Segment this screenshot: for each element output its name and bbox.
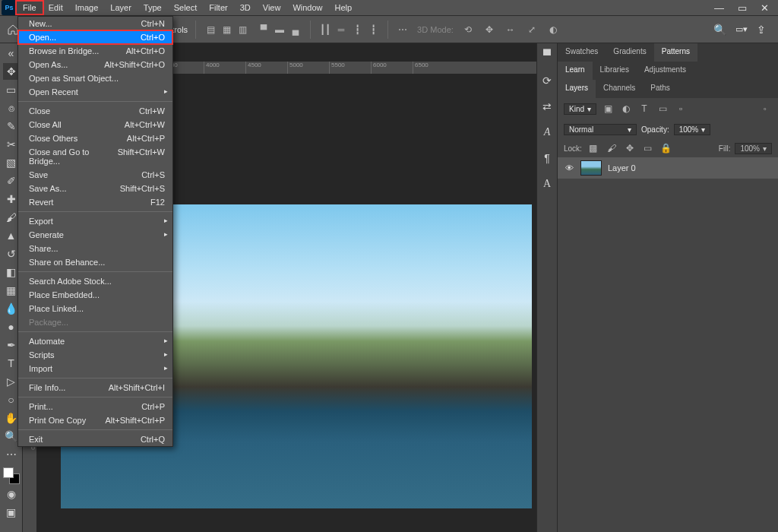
menu-item-open-as[interactable]: Open As...Alt+Shift+Ctrl+O bbox=[18, 58, 172, 71]
filter-smart-icon[interactable]: ▫ bbox=[674, 102, 688, 116]
distribute-v-icon[interactable]: ═ bbox=[334, 23, 348, 36]
menu-item-close-others[interactable]: Close OthersAlt+Ctrl+P bbox=[18, 131, 172, 145]
menu-item-place-linked[interactable]: Place Linked... bbox=[18, 302, 172, 315]
search-icon[interactable]: 🔍 bbox=[713, 24, 726, 36]
menu-layer[interactable]: Layer bbox=[104, 2, 138, 14]
distribute-icon[interactable]: ┇ bbox=[350, 23, 364, 36]
tab-patterns[interactable]: Patterns bbox=[654, 43, 697, 62]
3d-orbit-icon[interactable]: ⟲ bbox=[461, 23, 475, 36]
color-swatches[interactable] bbox=[3, 467, 20, 484]
character-panel-icon[interactable]: A bbox=[539, 124, 555, 141]
filter-adjustment-icon[interactable]: ◐ bbox=[619, 102, 633, 116]
layer-kind-dropdown[interactable]: Kind ▾ bbox=[564, 103, 596, 115]
opacity-field[interactable]: 100% ▾ bbox=[674, 124, 711, 135]
menu-item-scripts[interactable]: Scripts▸ bbox=[18, 348, 172, 362]
tab-adjustments[interactable]: Adjustments bbox=[637, 62, 694, 80]
menu-item-place-embedded[interactable]: Place Embedded... bbox=[18, 288, 172, 302]
filter-type-icon[interactable]: T bbox=[637, 102, 651, 116]
tab-layers[interactable]: Layers bbox=[558, 80, 596, 98]
visibility-eye-icon[interactable]: 👁 bbox=[564, 163, 574, 173]
layer-row[interactable]: 👁 Layer 0 bbox=[558, 157, 778, 179]
filter-toggle-icon[interactable]: ◦ bbox=[758, 102, 772, 116]
menu-type[interactable]: Type bbox=[138, 2, 168, 14]
fill-field[interactable]: 100% ▾ bbox=[735, 143, 772, 154]
more-icon[interactable]: ⋯ bbox=[396, 23, 410, 36]
menu-item-print[interactable]: Print...Ctrl+P bbox=[18, 400, 172, 413]
lock-artboard-icon[interactable]: ▭ bbox=[641, 141, 655, 155]
menu-item-export[interactable]: Export▸ bbox=[18, 214, 172, 228]
menu-item-close[interactable]: CloseCtrl+W bbox=[18, 104, 172, 118]
menu-item-browse-in-bridge[interactable]: Browse in Bridge...Alt+Ctrl+O bbox=[18, 44, 172, 58]
tab-gradients[interactable]: Gradients bbox=[606, 43, 653, 62]
restore-icon[interactable]: ▭ bbox=[738, 2, 747, 14]
close-icon[interactable]: ✕ bbox=[761, 2, 769, 14]
3d-rotate-icon[interactable]: ◐ bbox=[546, 23, 560, 36]
menu-help[interactable]: Help bbox=[329, 2, 359, 14]
tab-channels[interactable]: Channels bbox=[596, 80, 643, 98]
menu-item-file-info[interactable]: File Info...Alt+Shift+Ctrl+I bbox=[18, 381, 172, 394]
menu-view[interactable]: View bbox=[257, 2, 287, 14]
tab-swatches[interactable]: Swatches bbox=[558, 43, 606, 62]
menu-3d[interactable]: 3D bbox=[234, 2, 257, 14]
glyphs-panel-icon[interactable]: A bbox=[539, 176, 555, 192]
3d-scale-icon[interactable]: ⤢ bbox=[525, 23, 539, 36]
menu-item-exit[interactable]: ExitCtrl+Q bbox=[18, 432, 172, 446]
edit-toolbar-icon[interactable]: ⋯ bbox=[3, 446, 20, 463]
layer-thumbnail[interactable] bbox=[580, 160, 602, 176]
color-panel-icon[interactable]: ▀ bbox=[539, 46, 555, 63]
align-right-icon[interactable]: ▥ bbox=[236, 23, 249, 36]
lock-image-icon[interactable]: 🖌 bbox=[605, 141, 618, 155]
menu-window[interactable]: Window bbox=[286, 2, 328, 14]
paragraph-panel-icon[interactable]: ¶ bbox=[539, 150, 555, 166]
lock-transparency-icon[interactable]: ▩ bbox=[587, 141, 600, 155]
menu-item-open-recent[interactable]: Open Recent▸ bbox=[18, 85, 172, 99]
menu-item-close-all[interactable]: Close AllAlt+Ctrl+W bbox=[18, 118, 172, 131]
menu-image[interactable]: Image bbox=[69, 2, 105, 14]
menu-item-search-adobe-stock[interactable]: Search Adobe Stock... bbox=[18, 274, 172, 288]
3d-slide-icon[interactable]: ↔ bbox=[504, 23, 517, 36]
blend-mode-dropdown[interactable]: Normal▾ bbox=[564, 124, 637, 135]
menu-item-automate[interactable]: Automate▸ bbox=[18, 334, 172, 348]
align-center-v-icon[interactable]: ▬ bbox=[273, 23, 286, 36]
filter-shape-icon[interactable]: ▭ bbox=[656, 102, 669, 116]
3d-pan-icon[interactable]: ✥ bbox=[482, 23, 496, 36]
menu-item-print-one-copy[interactable]: Print One CopyAlt+Shift+Ctrl+P bbox=[18, 413, 172, 427]
ruler-tick: 6000 bbox=[371, 62, 413, 74]
menu-item-save[interactable]: SaveCtrl+S bbox=[18, 168, 172, 182]
align-center-h-icon[interactable]: ▦ bbox=[220, 23, 233, 36]
distribute-h-icon[interactable]: ┃┃ bbox=[318, 23, 332, 36]
menu-item-share[interactable]: Share... bbox=[18, 242, 172, 255]
properties-panel-icon[interactable]: ⇄ bbox=[539, 98, 555, 115]
menu-item-close-and-go-to-bridge[interactable]: Close and Go to Bridge...Shift+Ctrl+W bbox=[18, 145, 172, 168]
quick-mask-icon[interactable]: ◉ bbox=[3, 486, 20, 502]
menu-item-new[interactable]: New...Ctrl+N bbox=[18, 17, 172, 30]
share-icon[interactable]: ⇪ bbox=[757, 24, 766, 36]
menu-edit[interactable]: Edit bbox=[43, 2, 69, 14]
lock-all-icon[interactable]: 🔒 bbox=[659, 141, 673, 155]
menu-item-import[interactable]: Import▸ bbox=[18, 362, 172, 375]
distribute-icon[interactable]: ┇ bbox=[366, 23, 380, 36]
menu-item-generate[interactable]: Generate▸ bbox=[18, 228, 172, 242]
history-panel-icon[interactable]: ⟳ bbox=[539, 72, 555, 89]
tab-learn[interactable]: Learn bbox=[558, 62, 593, 80]
workspace-icon[interactable]: ▭▾ bbox=[735, 24, 748, 34]
menu-select[interactable]: Select bbox=[168, 2, 204, 14]
tab-paths[interactable]: Paths bbox=[643, 80, 678, 98]
align-top-icon[interactable]: ▀ bbox=[257, 23, 270, 36]
menu-item-save-as[interactable]: Save As...Shift+Ctrl+S bbox=[18, 182, 172, 195]
menu-file[interactable]: File bbox=[17, 2, 43, 14]
menu-item-revert[interactable]: RevertF12 bbox=[18, 195, 172, 209]
menu-item-open-as-smart-object[interactable]: Open as Smart Object... bbox=[18, 71, 172, 85]
filter-pixel-icon[interactable]: ▣ bbox=[601, 102, 615, 116]
menu-item-share-on-behance[interactable]: Share on Behance... bbox=[18, 255, 172, 269]
minimize-icon[interactable]: — bbox=[714, 2, 724, 14]
menu-filter[interactable]: Filter bbox=[203, 2, 233, 14]
align-bottom-icon[interactable]: ▄ bbox=[289, 23, 302, 36]
tab-libraries[interactable]: Libraries bbox=[593, 62, 637, 80]
lock-position-icon[interactable]: ✥ bbox=[623, 141, 637, 155]
menu-item-open[interactable]: Open...Ctrl+O bbox=[18, 30, 172, 44]
screen-mode-icon[interactable]: ▣ bbox=[3, 504, 20, 521]
align-left-icon[interactable]: ▤ bbox=[204, 23, 217, 36]
file-menu-dropdown: New...Ctrl+NOpen...Ctrl+OBrowse in Bridg… bbox=[17, 16, 173, 447]
menu-item-label: Scripts bbox=[29, 350, 55, 359]
